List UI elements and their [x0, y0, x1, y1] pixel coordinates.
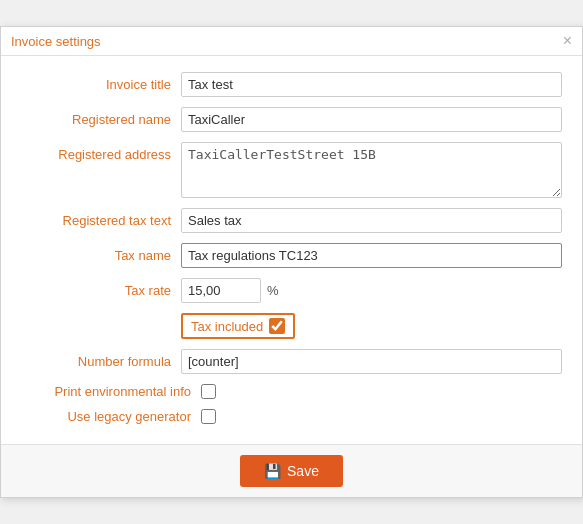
- print-env-checkbox[interactable]: [201, 384, 216, 399]
- use-legacy-label: Use legacy generator: [21, 409, 201, 424]
- tax-included-label: Tax included: [191, 319, 263, 334]
- number-formula-input[interactable]: [181, 349, 562, 374]
- use-legacy-row: Use legacy generator: [21, 409, 562, 424]
- registered-tax-text-input[interactable]: [181, 208, 562, 233]
- registered-tax-text-row: Registered tax text: [21, 208, 562, 233]
- invoice-settings-dialog: Invoice settings × Invoice title Registe…: [0, 26, 583, 498]
- dialog-footer: 💾 Save: [1, 444, 582, 497]
- tax-rate-controls: %: [181, 278, 279, 303]
- use-legacy-checkbox[interactable]: [201, 409, 216, 424]
- tax-included-box: Tax included: [181, 313, 295, 339]
- registered-address-label: Registered address: [21, 142, 181, 162]
- tax-rate-row: Tax rate %: [21, 278, 562, 303]
- print-env-row: Print environmental info: [21, 384, 562, 399]
- tax-included-row: Tax included: [181, 313, 562, 339]
- registered-address-input[interactable]: [181, 142, 562, 198]
- tax-name-label: Tax name: [21, 243, 181, 263]
- tax-rate-unit: %: [267, 283, 279, 298]
- invoice-title-label: Invoice title: [21, 72, 181, 92]
- tax-included-checkbox[interactable]: [269, 318, 285, 334]
- dialog-header: Invoice settings ×: [1, 27, 582, 56]
- number-formula-label: Number formula: [21, 349, 181, 369]
- registered-address-row: Registered address: [21, 142, 562, 198]
- invoice-title-row: Invoice title: [21, 72, 562, 97]
- dialog-body: Invoice title Registered name Registered…: [1, 56, 582, 444]
- print-env-label: Print environmental info: [21, 384, 201, 399]
- dialog-title: Invoice settings: [11, 34, 101, 49]
- close-button[interactable]: ×: [563, 33, 572, 49]
- registered-name-input[interactable]: [181, 107, 562, 132]
- tax-rate-input[interactable]: [181, 278, 261, 303]
- tax-rate-label: Tax rate: [21, 278, 181, 298]
- number-formula-row: Number formula: [21, 349, 562, 374]
- invoice-title-input[interactable]: [181, 72, 562, 97]
- tax-name-row: Tax name: [21, 243, 562, 268]
- registered-name-row: Registered name: [21, 107, 562, 132]
- save-label: Save: [287, 463, 319, 479]
- save-button[interactable]: 💾 Save: [240, 455, 343, 487]
- registered-tax-text-label: Registered tax text: [21, 208, 181, 228]
- registered-name-label: Registered name: [21, 107, 181, 127]
- tax-name-input[interactable]: [181, 243, 562, 268]
- save-icon: 💾: [264, 463, 281, 479]
